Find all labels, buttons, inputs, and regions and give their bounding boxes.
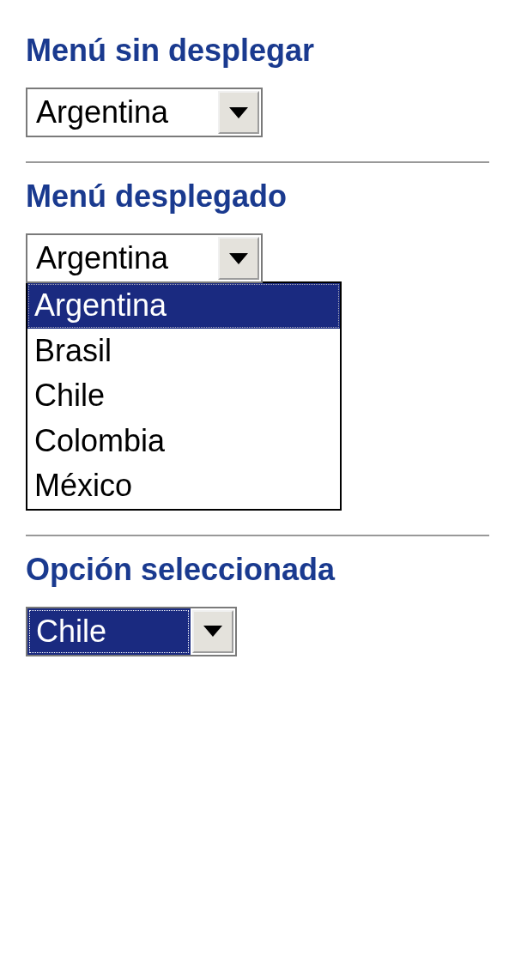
select-closed[interactable]: Argentina bbox=[26, 88, 263, 137]
section-closed-dropdown: Menú sin desplegar Argentina bbox=[26, 17, 489, 161]
select-value: Argentina bbox=[27, 235, 216, 281]
select-box[interactable]: Chile bbox=[26, 607, 237, 656]
select-box[interactable]: Argentina bbox=[26, 233, 263, 283]
option-item[interactable]: Argentina bbox=[27, 283, 340, 329]
dropdown-button[interactable] bbox=[218, 91, 259, 134]
select-open[interactable]: Argentina Argentina Brasil Chile Colombi… bbox=[26, 233, 342, 511]
option-item[interactable]: Brasil bbox=[27, 329, 340, 374]
options-list: Argentina Brasil Chile Colombia México bbox=[26, 281, 342, 511]
select-selected[interactable]: Chile bbox=[26, 607, 237, 656]
option-item[interactable]: México bbox=[27, 463, 340, 509]
option-item[interactable]: Colombia bbox=[27, 419, 340, 464]
section-open-dropdown: Menú desplegado Argentina Argentina Bras… bbox=[26, 163, 489, 535]
section-selected-option: Opción seleccionada Chile bbox=[26, 536, 489, 681]
chevron-down-icon bbox=[229, 253, 248, 264]
chevron-down-icon bbox=[229, 107, 248, 118]
heading-closed: Menú sin desplegar bbox=[26, 33, 489, 69]
dropdown-button[interactable] bbox=[218, 237, 259, 280]
select-value: Chile bbox=[27, 608, 191, 655]
heading-open: Menú desplegado bbox=[26, 178, 489, 215]
select-box[interactable]: Argentina bbox=[26, 88, 263, 137]
dropdown-button[interactable] bbox=[192, 610, 233, 653]
option-item[interactable]: Chile bbox=[27, 373, 340, 419]
select-value: Argentina bbox=[27, 89, 216, 136]
heading-selected: Opción seleccionada bbox=[26, 552, 489, 588]
chevron-down-icon bbox=[203, 626, 222, 637]
